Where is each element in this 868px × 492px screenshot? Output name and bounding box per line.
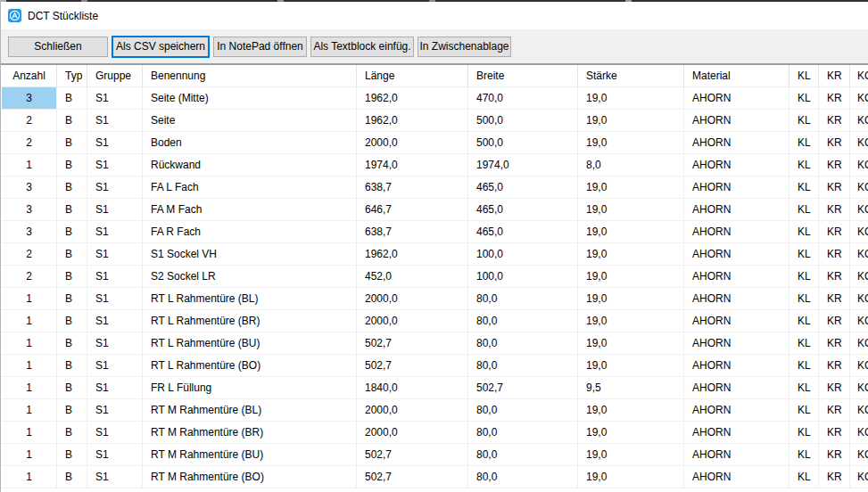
table-cell-kl[interactable]: KL	[789, 221, 819, 243]
table-cell-ko[interactable]: KO	[850, 466, 868, 488]
table-cell-typ[interactable]: B	[57, 466, 87, 488]
table-cell-breite[interactable]: 500,0	[468, 132, 578, 154]
table-cell-kl[interactable]: KL	[789, 132, 819, 154]
table-cell-anzahl[interactable]: 1	[2, 444, 57, 466]
table-cell-typ[interactable]: B	[57, 355, 87, 377]
table-cell-l-nge[interactable]: 2000,0	[357, 288, 468, 310]
table-cell-kl[interactable]: KL	[789, 176, 819, 199]
table-cell-material[interactable]: AHORN	[684, 399, 789, 422]
table-cell-l-nge[interactable]: 638,7	[357, 176, 468, 199]
table-cell-kr[interactable]: KR	[819, 132, 850, 154]
table-cell-gruppe[interactable]: S1	[87, 87, 143, 110]
table-row[interactable]: 2BS1S2 Sockel LR452,0100,019,0AHORNKLKRK…	[2, 266, 868, 288]
table-cell-anzahl[interactable]: 1	[2, 310, 57, 332]
table-cell-ko[interactable]: KO	[850, 132, 868, 154]
table-cell-kl[interactable]: KL	[789, 422, 819, 444]
table-cell-benennung[interactable]: RT M Rahmentüre (BR)	[143, 422, 357, 444]
table-cell-kr[interactable]: KR	[819, 422, 850, 444]
table-cell-gruppe[interactable]: S1	[87, 176, 143, 199]
table-cell-ko[interactable]: KO	[850, 110, 868, 132]
table-cell-kr[interactable]: KR	[819, 176, 850, 199]
table-cell-breite[interactable]: 470,0	[468, 87, 578, 110]
table-cell-kl[interactable]: KL	[789, 310, 819, 332]
table-cell-typ[interactable]: B	[57, 332, 87, 355]
table-cell-material[interactable]: AHORN	[684, 110, 789, 132]
table-cell-benennung[interactable]: Rückwand	[143, 154, 357, 176]
table-cell-kl[interactable]: KL	[789, 243, 819, 266]
toolbar-button-schlie-en[interactable]: Schließen	[8, 37, 108, 57]
table-cell-kr[interactable]: KR	[819, 466, 850, 488]
table-cell-st-rke[interactable]: 19,0	[578, 332, 684, 355]
table-cell-gruppe[interactable]: S1	[87, 310, 143, 332]
table-cell-st-rke[interactable]: 19,0	[578, 176, 684, 199]
table-cell-anzahl[interactable]: 1	[2, 154, 57, 176]
table-row[interactable]: 3BS1FA L Fach638,7465,019,0AHORNKLKRKO	[2, 176, 868, 199]
table-cell-anzahl[interactable]: 3	[2, 221, 57, 243]
table-row[interactable]: 1BS1RT M Rahmentüre (BO)502,780,019,0AHO…	[2, 466, 868, 488]
table-cell-typ[interactable]: B	[57, 87, 87, 110]
table-cell-kr[interactable]: KR	[819, 154, 850, 176]
table-cell-l-nge[interactable]: 502,7	[357, 466, 468, 488]
table-row[interactable]: 1BS1RT M Rahmentüre (BL)2000,080,019,0AH…	[2, 399, 868, 422]
table-cell-kr[interactable]: KR	[819, 288, 850, 310]
table-cell-ko[interactable]: KO	[850, 221, 868, 243]
table-cell-st-rke[interactable]: 19,0	[578, 110, 684, 132]
table-cell-benennung[interactable]: RT M Rahmentüre (BL)	[143, 399, 357, 422]
table-cell-ko[interactable]: KO	[850, 288, 868, 310]
table-cell-benennung[interactable]: FA M Fach	[143, 199, 357, 221]
table-cell-breite[interactable]: 80,0	[468, 310, 578, 332]
table-cell-material[interactable]: AHORN	[684, 199, 789, 221]
table-cell-breite[interactable]: 1974,0	[468, 154, 578, 176]
table-cell-kl[interactable]: KL	[789, 110, 819, 132]
table-cell-kr[interactable]: KR	[819, 332, 850, 355]
column-header-gruppe[interactable]: Gruppe	[87, 65, 143, 87]
table-cell-ko[interactable]: KO	[850, 377, 868, 399]
table-cell-l-nge[interactable]: 452,0	[357, 266, 468, 288]
table-cell-kl[interactable]: KL	[789, 399, 819, 422]
table-cell-l-nge[interactable]: 502,7	[357, 444, 468, 466]
table-cell-material[interactable]: AHORN	[684, 444, 789, 466]
table-cell-gruppe[interactable]: S1	[87, 110, 143, 132]
table-cell-l-nge[interactable]: 502,7	[357, 332, 468, 355]
table-cell-typ[interactable]: B	[57, 221, 87, 243]
table-cell-st-rke[interactable]: 19,0	[578, 221, 684, 243]
table-cell-material[interactable]: AHORN	[684, 132, 789, 154]
table-cell-st-rke[interactable]: 19,0	[578, 422, 684, 444]
table-cell-l-nge[interactable]: 1962,0	[357, 243, 468, 266]
table-cell-kr[interactable]: KR	[819, 243, 850, 266]
column-header-l-nge[interactable]: Länge	[357, 65, 468, 87]
table-cell-material[interactable]: AHORN	[684, 288, 789, 310]
table-cell-kr[interactable]: KR	[819, 221, 850, 243]
table-cell-kl[interactable]: KL	[789, 288, 819, 310]
table-cell-st-rke[interactable]: 19,0	[578, 444, 684, 466]
table-cell-benennung[interactable]: RT L Rahmentüre (BL)	[143, 288, 357, 310]
table-cell-kr[interactable]: KR	[819, 110, 850, 132]
table-cell-kl[interactable]: KL	[789, 444, 819, 466]
table-cell-gruppe[interactable]: S1	[87, 466, 143, 488]
table-cell-l-nge[interactable]: 2000,0	[357, 399, 468, 422]
table-cell-breite[interactable]: 80,0	[468, 466, 578, 488]
table-cell-typ[interactable]: B	[57, 399, 87, 422]
table-cell-typ[interactable]: B	[57, 266, 87, 288]
table-cell-gruppe[interactable]: S1	[87, 221, 143, 243]
table-cell-breite[interactable]: 502,7	[468, 377, 578, 399]
table-cell-gruppe[interactable]: S1	[87, 199, 143, 221]
table-cell-typ[interactable]: B	[57, 154, 87, 176]
table-cell-breite[interactable]: 100,0	[468, 266, 578, 288]
table-cell-ko[interactable]: KO	[850, 310, 868, 332]
table-cell-kr[interactable]: KR	[819, 377, 850, 399]
table-row[interactable]: 3BS1Seite (Mitte)1962,0470,019,0AHORNKLK…	[2, 87, 868, 110]
table-row[interactable]: 2BS1S1 Sockel VH1962,0100,019,0AHORNKLKR…	[2, 243, 868, 266]
table-cell-ko[interactable]: KO	[850, 355, 868, 377]
table-cell-gruppe[interactable]: S1	[87, 288, 143, 310]
table-row[interactable]: 1BS1FR L Füllung1840,0502,79,5AHORNKLKRK…	[2, 377, 868, 399]
table-cell-ko[interactable]: KO	[850, 444, 868, 466]
table-cell-anzahl[interactable]: 1	[2, 355, 57, 377]
table-cell-gruppe[interactable]: S1	[87, 332, 143, 355]
table-cell-kr[interactable]: KR	[819, 355, 850, 377]
table-cell-st-rke[interactable]: 19,0	[578, 399, 684, 422]
table-cell-material[interactable]: AHORN	[684, 87, 789, 110]
table-cell-anzahl[interactable]: 3	[2, 87, 57, 110]
table-cell-typ[interactable]: B	[57, 132, 87, 154]
table-cell-l-nge[interactable]: 638,7	[357, 221, 468, 243]
